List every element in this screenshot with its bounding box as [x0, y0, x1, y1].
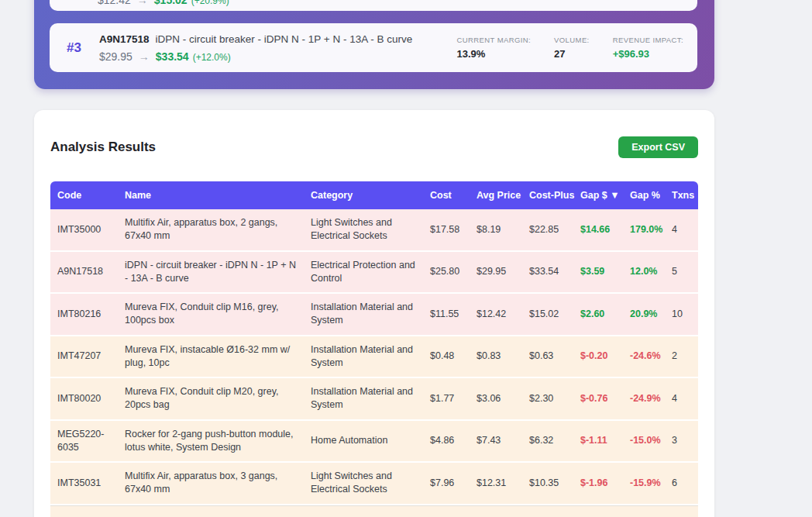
column-header-avg-price[interactable]: Avg Price — [470, 181, 522, 209]
cell-name: Mureva FIX, Conduit clip M20, grey, 20pc… — [118, 378, 304, 419]
cell-code: A9N17518 — [50, 252, 118, 293]
cell-cost-plus: $33.54 — [522, 252, 573, 293]
cell-gap-dollar: $14.66 — [573, 209, 623, 250]
cell-avg-price: $12.31 — [470, 463, 522, 504]
cell-avg-price: $0.83 — [470, 336, 522, 377]
cell-gap-pct: -24.6% — [623, 336, 665, 377]
new-price: $33.54 — [156, 50, 189, 63]
table-row[interactable]: A9N17518iDPN - circuit breaker - iDPN N … — [50, 252, 698, 295]
table-header-row: CodeNameCategoryCostAvg PriceCost-PlusGa… — [50, 181, 698, 209]
cell-avg-price: $3.06 — [470, 378, 522, 419]
cell-code: IMT80020 — [50, 378, 118, 419]
recommendations-panel: $12.42→$15.02(+20.9%) #3 A9N17518iDPN - … — [34, 0, 714, 89]
column-header-txns[interactable]: Txns — [665, 181, 698, 209]
cell-txns: 3 — [665, 421, 698, 462]
cell-cost-plus: $10.35 — [522, 463, 573, 504]
stat-label: REVENUE IMPACT: — [613, 36, 683, 44]
page-title: Analysis Results — [50, 140, 156, 155]
stat-value: 27 — [554, 48, 590, 60]
cell-gap-dollar: $2.60 — [573, 294, 623, 335]
table-row[interactable]: IMT80216Mureva FIX, Conduit clip M16, gr… — [50, 294, 698, 336]
cell-txns: 4 — [665, 378, 698, 419]
cell-cost: $0.48 — [423, 336, 470, 377]
cell-name: Mureva FIX, instacable Ø16-32 mm w/ plug… — [118, 336, 304, 377]
product-name: iDPN - circuit breaker - iDPN N - 1P + N… — [156, 33, 413, 45]
cell-category: Electrical Protection and Control — [304, 252, 423, 293]
table-row[interactable]: MEG5220-6035Rocker for 2-gang push-butto… — [50, 421, 698, 464]
cell-cost: $25.80 — [423, 252, 470, 293]
export-csv-button[interactable]: Export CSV — [618, 136, 698, 158]
stat-value: 13.9% — [457, 48, 532, 60]
cell-cost: $7.96 — [423, 463, 470, 504]
cell-avg-price: $7.43 — [470, 421, 522, 462]
cell-cost: $11.55 — [423, 294, 470, 335]
cell-category: Light Switches and Electrical Sockets — [304, 463, 423, 504]
column-header-category[interactable]: Category — [304, 181, 423, 209]
column-header-cost[interactable]: Cost — [423, 181, 470, 209]
cell-txns: 4 — [665, 209, 698, 250]
table-row-partial[interactable] — [50, 505, 698, 517]
table-row[interactable]: IMT35000Multifix Air, apparatus box, 2 g… — [50, 209, 698, 252]
cell-code: IMT35000 — [50, 209, 118, 250]
cell-gap-dollar: $-0.76 — [573, 378, 623, 419]
cell-txns: 5 — [665, 252, 698, 293]
cell-txns: 2 — [665, 336, 698, 377]
analysis-table: CodeNameCategoryCostAvg PriceCost-PlusGa… — [50, 181, 698, 517]
cell-code: IMT35031 — [50, 463, 118, 504]
price-change-percent: (+20.9%) — [191, 0, 229, 6]
product-title-line: A9N17518iDPN - circuit breaker - iDPN N … — [99, 33, 412, 45]
cell-txns: 6 — [665, 463, 698, 504]
recommendation-card-3[interactable]: #3 A9N17518iDPN - circuit breaker - iDPN… — [50, 23, 697, 72]
cell-gap-pct: -24.9% — [623, 378, 665, 419]
arrow-icon: → — [137, 0, 148, 6]
column-header-name[interactable]: Name — [118, 181, 304, 209]
cell-code: IMT80216 — [50, 294, 118, 335]
stat-volume: VOLUME: 27 — [554, 36, 590, 60]
column-header-code[interactable]: Code — [50, 181, 118, 209]
card-stats: CURRENT MARGIN: 13.9% VOLUME: 27 REVENUE… — [457, 36, 683, 60]
cell-cost-plus: $2.30 — [522, 378, 573, 419]
cell-name: Multifix Air, apparatus box, 2 gangs, 67… — [118, 209, 304, 250]
cell-gap-pct: 179.0% — [623, 209, 665, 250]
column-header-gap-pct[interactable]: Gap % — [623, 181, 665, 209]
table-row[interactable]: IMT80020Mureva FIX, Conduit clip M20, gr… — [50, 378, 698, 421]
price-change-percent: (+12.0%) — [193, 52, 231, 63]
cell-cost: $17.58 — [423, 209, 470, 250]
price-change-line: $12.42→$15.02(+20.9%) — [98, 0, 229, 6]
cell-txns: 10 — [665, 294, 698, 335]
cell-cost-plus: $0.63 — [522, 336, 573, 377]
cell-gap-dollar: $-1.11 — [573, 421, 623, 462]
cell-cost-plus: $15.02 — [522, 294, 573, 335]
cell-cost: $1.77 — [423, 378, 470, 419]
cell-code: IMT47207 — [50, 336, 118, 377]
cell-avg-price: $12.42 — [470, 294, 522, 335]
stat-label: CURRENT MARGIN: — [457, 36, 532, 44]
analysis-header: Analysis Results Export CSV — [50, 136, 698, 158]
arrow-icon: → — [139, 50, 150, 63]
cell-cost: $4.86 — [423, 421, 470, 462]
cell-gap-pct: 20.9% — [623, 294, 665, 335]
cell-category: Light Switches and Electrical Sockets — [304, 209, 423, 250]
cell-code: MEG5220-6035 — [50, 421, 118, 462]
old-price: $12.42 — [98, 0, 131, 6]
product-code: A9N17518 — [99, 33, 150, 45]
cell-category: Home Automation — [304, 421, 423, 462]
column-header-gap-dollar[interactable]: Gap $ ▼ — [573, 181, 623, 209]
table-row[interactable]: IMT47207Mureva FIX, instacable Ø16-32 mm… — [50, 336, 698, 379]
analysis-results-card: Analysis Results Export CSV CodeNameCate… — [34, 110, 714, 517]
cell-category: Installation Material and System — [304, 294, 423, 335]
stat-current-margin: CURRENT MARGIN: 13.9% — [457, 36, 532, 60]
table-body: IMT35000Multifix Air, apparatus box, 2 g… — [50, 209, 698, 517]
cell-gap-pct: -15.0% — [623, 421, 665, 462]
cell-avg-price: $8.19 — [470, 209, 522, 250]
recommendation-card-partial[interactable]: $12.42→$15.02(+20.9%) — [50, 0, 697, 11]
table-row[interactable]: IMT35031Multifix Air, apparatus box, 3 g… — [50, 463, 698, 505]
stat-revenue-impact: REVENUE IMPACT: +$96.93 — [613, 36, 683, 60]
page: $12.42→$15.02(+20.9%) #3 A9N17518iDPN - … — [0, 0, 812, 517]
column-header-cost-plus[interactable]: Cost-Plus — [522, 181, 573, 209]
cell-cost-plus: $22.85 — [522, 209, 573, 250]
cell-name: Mureva FIX, Conduit clip M16, grey, 100p… — [118, 294, 304, 335]
cell-category: Installation Material and System — [304, 336, 423, 377]
stat-label: VOLUME: — [554, 36, 590, 44]
cell-avg-price: $29.95 — [470, 252, 522, 293]
